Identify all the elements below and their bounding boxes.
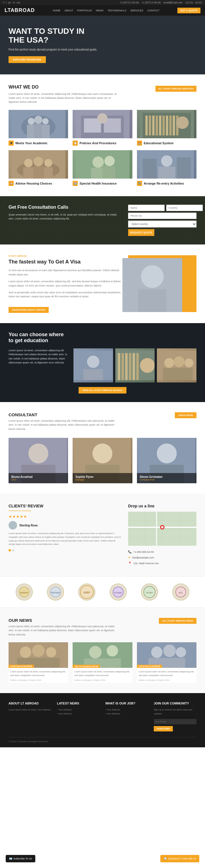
partner-logo-1: AWARD: [16, 584, 33, 600]
footer-about-text: Lorem ipsum dolor sit amet. Your Address: [8, 708, 51, 712]
consultant-role-1: CEO: [11, 478, 65, 481]
education-title: You can choose where to get education: [8, 332, 66, 344]
hero-cta-button[interactable]: EXPLORE PROGRAMS: [8, 56, 46, 63]
education-image-1: [74, 348, 113, 382]
view-schools-button[interactable]: VIEW ALL STUDY ABROAD SCHOOL: [79, 387, 126, 394]
svg-text:CERT: CERT: [83, 591, 91, 594]
svg-rect-15: [145, 116, 148, 135]
svg-rect-42: [143, 159, 157, 179]
logo[interactable]: LTABROAD: [4, 7, 35, 13]
what-we-do-text-block: WHAT WE DO Lorem ipsum dolor sit amet, c…: [8, 85, 117, 104]
service-title-policies: Policies And Procedures: [79, 142, 116, 145]
review-dots: [8, 549, 123, 551]
partner-logo-2: PARTNER: [47, 584, 64, 600]
svg-rect-51: [118, 353, 120, 380]
educational-icon: 🏫: [137, 141, 142, 146]
svg-text:PARTNER: PARTNER: [51, 592, 60, 594]
svg-rect-46: [138, 289, 166, 312]
consultant-name-3: Simon Grishaber: [140, 475, 194, 478]
all-services-button[interactable]: ALL STUDY ABROAD SERVICES: [155, 86, 197, 92]
consultant-name-1: Bruno Acselrad: [11, 475, 65, 478]
svg-point-25: [176, 116, 188, 129]
service-item-health: 🏥 Special Health Insurance: [73, 150, 132, 186]
contact-phone-row: 📞 +1-800-965-64-55: [128, 549, 197, 555]
service-image-reentry: [137, 150, 197, 179]
visa-cta-button[interactable]: KNOW MORE ABOUT CENTER: [8, 307, 49, 313]
logo-abroad: ABROAD: [10, 7, 35, 13]
review-stars: ★★★★★: [8, 514, 123, 519]
linkedin-icon[interactable]: in: [13, 1, 15, 4]
consultant-header: CONSULTANT Lorem ipsum dolor sit amet, c…: [8, 412, 197, 431]
know-more-button[interactable]: KNOW MORE: [175, 412, 197, 418]
review-subtitle: Professional Handling: [8, 509, 123, 512]
news-header: OUR NEWS Lorem ipsum dolor sit amet, con…: [8, 618, 197, 637]
review-dot-2[interactable]: [12, 549, 14, 551]
top-bar: f t g+ in rss +1 (877) 0 00-00 +1 (877) …: [0, 0, 205, 5]
svg-point-4: [43, 118, 49, 124]
svg-text:STUDY: STUDY: [146, 592, 153, 594]
svg-rect-21: [166, 116, 168, 135]
nav-portfolio[interactable]: PORTFOLIO: [77, 9, 92, 12]
hero-title: WANT TO STUDY IN THE USA?: [8, 27, 100, 44]
housing-icon: 🏠: [8, 181, 14, 186]
footer-email-input[interactable]: [154, 719, 197, 724]
name-input[interactable]: [128, 205, 164, 211]
consultation-title: Get Free Consultation Calls: [8, 205, 123, 210]
svg-rect-18: [155, 116, 158, 135]
svg-point-48: [87, 355, 99, 368]
get-quote-button[interactable]: GET A QUOTE: [177, 8, 201, 13]
review-dot-1[interactable]: [8, 549, 11, 551]
svg-point-40: [161, 155, 172, 167]
subscribe-button[interactable]: SUBSCRIBE: [154, 726, 173, 732]
svg-text:INTL: INTL: [179, 592, 183, 594]
svg-point-2: [28, 118, 35, 125]
country-input[interactable]: [166, 205, 203, 211]
country-select[interactable]: Select country USA UK Canada: [128, 221, 197, 227]
consultation-section: Get Free Consultation Calls Quae venenat…: [0, 196, 205, 245]
education-text: Lorem ipsum sit amet, consectetur adipis…: [8, 348, 70, 365]
nav-home[interactable]: HOME: [53, 9, 60, 12]
consultant-overlay-1: Bruno Acselrad CEO: [8, 473, 68, 483]
svg-rect-20: [162, 116, 164, 135]
contact-email: info@example.com: [132, 555, 154, 560]
svg-rect-41: [158, 167, 175, 179]
visa-image: [123, 258, 182, 312]
what-we-do-header: WHAT WE DO Lorem ipsum dolor sit amet, c…: [8, 85, 197, 104]
nav-services[interactable]: SERVICES: [130, 9, 143, 12]
partners-section: AWARD PARTNER CERT GLOBAL STUDY INTL: [0, 577, 205, 608]
service-label-reentry: ✈️ Arrange Re-entry Activities: [137, 181, 197, 186]
consultation-form: Select country USA UK Canada REQUEST QUO…: [128, 205, 197, 236]
twitter-icon[interactable]: t: [6, 1, 7, 4]
nav-news[interactable]: NEWS: [96, 9, 104, 12]
footer-about-title: About LT Abroad: [8, 702, 51, 705]
nav-testimonials[interactable]: TESTIMONIALS: [108, 9, 126, 12]
phone-input[interactable]: [128, 213, 197, 219]
footer-jobs-list: Your Address Your Address: [105, 708, 148, 716]
news-image-1: STUDYING IN EUROPE: [8, 642, 68, 668]
svg-rect-54: [129, 353, 131, 380]
all-news-button[interactable]: ALL STUDY ABROAD NEWS: [159, 618, 197, 624]
svg-point-102: [89, 646, 102, 658]
partner-logo-6: INTL: [172, 584, 189, 600]
nav-about[interactable]: ABOUT: [65, 9, 73, 12]
footer-jobs-item-2: Your Address: [105, 712, 148, 716]
svg-point-29: [33, 157, 43, 166]
service-item-academic: 🎓 Meets Your Academic: [8, 110, 68, 146]
nav-contact[interactable]: CONTACT: [147, 9, 159, 12]
news-image-2: Tips On Studying Abroad: [73, 642, 132, 668]
svg-rect-23: [173, 116, 175, 135]
hero-subtitle: Find the perfect study abroad program to…: [8, 48, 100, 52]
education-image-3: [157, 348, 197, 382]
services-grid: 🎓 Meets Your Academic 📋 Policies And Pro…: [8, 110, 197, 186]
footer: About LT Abroad Lorem ipsum dolor sit am…: [0, 693, 205, 747]
facebook-icon[interactable]: f: [3, 1, 4, 4]
google-icon[interactable]: g+: [8, 1, 11, 4]
rss-icon[interactable]: rss: [17, 1, 20, 4]
visa-text: STUDY ABROAD The fastest way To Get A Vi…: [8, 255, 123, 313]
social-links: f t g+ in rss: [3, 1, 20, 4]
consultant-photo-3: Simon Grishaber Company Role: [137, 438, 197, 483]
footer-about: About LT Abroad Lorem ipsum dolor sit am…: [8, 702, 51, 732]
request-quote-button[interactable]: REQUEST QUOTE: [128, 229, 154, 236]
svg-rect-43: [177, 157, 191, 179]
svg-point-57: [140, 358, 155, 373]
